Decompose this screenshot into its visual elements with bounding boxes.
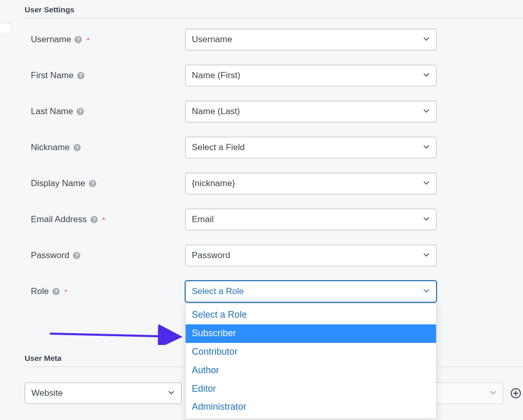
role-select-value: Select a Role xyxy=(192,286,244,297)
chevron-down-icon xyxy=(490,388,497,398)
username-select[interactable]: Username xyxy=(185,29,437,50)
firstname-row: First Name ? Name (First) xyxy=(25,65,523,86)
role-option-administrator[interactable]: Administrator xyxy=(186,398,436,416)
role-option-contributor[interactable]: Contributor xyxy=(186,343,436,361)
lastname-row: Last Name ? Name (Last) xyxy=(25,101,523,122)
displayname-row: Display Name ? {nickname} xyxy=(25,173,523,194)
username-label: Username xyxy=(31,34,71,45)
nickname-select-wrap: Select a Field xyxy=(185,137,437,158)
displayname-select[interactable]: {nickname} xyxy=(185,173,437,194)
help-icon[interactable]: ? xyxy=(73,251,81,260)
lastname-select[interactable]: Name (Last) xyxy=(185,101,437,122)
password-select-value: Password xyxy=(192,250,230,261)
displayname-label-wrap: Display Name ? xyxy=(31,178,185,189)
svg-text:?: ? xyxy=(92,216,96,223)
displayname-select-value: {nickname} xyxy=(192,178,235,189)
chevron-down-icon xyxy=(423,214,430,225)
help-icon[interactable]: ? xyxy=(52,287,60,296)
chevron-down-icon xyxy=(423,106,430,117)
lastname-label: Last Name xyxy=(31,106,73,117)
password-label-wrap: Password ? xyxy=(31,250,185,261)
nickname-row: Nickname ? Select a Field xyxy=(25,137,523,158)
firstname-select-value: Name (First) xyxy=(192,70,240,81)
help-icon[interactable]: ? xyxy=(88,179,97,188)
firstname-label-wrap: First Name ? xyxy=(31,70,185,81)
lastname-label-wrap: Last Name ? xyxy=(31,106,185,117)
displayname-select-wrap: {nickname} xyxy=(185,173,437,194)
email-label: Email Address xyxy=(31,214,87,225)
email-select-value: Email xyxy=(192,214,214,225)
meta-left-select[interactable]: Website xyxy=(25,382,182,404)
chevron-down-icon xyxy=(168,388,175,398)
meta-left-value: Website xyxy=(31,388,63,398)
email-select-wrap: Email xyxy=(185,209,437,230)
role-option-subscriber[interactable]: Subscriber xyxy=(186,324,436,343)
role-label: Role xyxy=(31,286,49,297)
svg-text:?: ? xyxy=(79,72,83,79)
chevron-down-icon xyxy=(423,178,430,189)
role-option-author[interactable]: Author xyxy=(186,361,436,380)
required-mark: * xyxy=(102,215,105,224)
email-label-wrap: Email Address ? * xyxy=(31,214,185,225)
nickname-select[interactable]: Select a Field xyxy=(185,137,437,158)
username-row: Username ? * Username xyxy=(25,29,523,50)
role-option-editor[interactable]: Editor xyxy=(186,380,436,398)
role-row: Role ? * Select a Role Select a Role Sub… xyxy=(25,281,523,302)
nickname-label: Nickname xyxy=(31,142,70,153)
help-icon[interactable]: ? xyxy=(90,215,98,224)
username-select-wrap: Username xyxy=(185,29,437,50)
lastname-select-value: Name (Last) xyxy=(192,106,240,117)
firstname-label: First Name xyxy=(31,70,74,81)
svg-text:?: ? xyxy=(55,288,58,295)
password-row: Password ? Password xyxy=(25,245,523,266)
chevron-down-icon xyxy=(423,70,430,81)
username-select-value: Username xyxy=(192,34,232,45)
svg-text:?: ? xyxy=(75,252,78,259)
help-icon[interactable]: ? xyxy=(76,107,84,116)
svg-text:?: ? xyxy=(75,144,79,151)
add-meta-button[interactable] xyxy=(509,386,523,400)
firstname-select[interactable]: Name (First) xyxy=(185,65,437,86)
displayname-label: Display Name xyxy=(31,178,85,189)
role-select-wrap: Select a Role Select a Role Subscriber C… xyxy=(185,281,437,302)
role-label-wrap: Role ? * xyxy=(31,286,185,297)
email-select[interactable]: Email xyxy=(185,209,437,230)
svg-text:?: ? xyxy=(77,36,80,43)
username-label-wrap: Username ? * xyxy=(31,34,185,45)
password-select-wrap: Password xyxy=(185,245,437,266)
user-settings-header: User Settings xyxy=(25,0,523,19)
help-icon[interactable]: ? xyxy=(74,35,82,44)
chevron-down-icon xyxy=(423,250,430,261)
left-panel-edge xyxy=(0,23,11,32)
nickname-label-wrap: Nickname ? xyxy=(31,142,185,153)
main-panel: User Settings Username ? * Username xyxy=(0,0,523,404)
required-mark: * xyxy=(86,35,89,44)
role-dropdown-list: Select a Role Subscriber Contributor Aut… xyxy=(185,303,437,419)
help-icon[interactable]: ? xyxy=(77,71,85,80)
required-mark: * xyxy=(64,287,67,296)
lastname-select-wrap: Name (Last) xyxy=(185,101,437,122)
chevron-down-icon xyxy=(423,34,430,45)
role-select[interactable]: Select a Role xyxy=(185,281,437,302)
password-select[interactable]: Password xyxy=(185,245,437,266)
svg-text:?: ? xyxy=(91,180,94,187)
password-label: Password xyxy=(31,250,69,261)
firstname-select-wrap: Name (First) xyxy=(185,65,437,86)
svg-text:?: ? xyxy=(79,108,82,115)
nickname-select-value: Select a Field xyxy=(192,142,245,153)
chevron-down-icon xyxy=(423,286,430,297)
user-settings-section: User Settings Username ? * Username xyxy=(25,0,523,302)
role-option-placeholder[interactable]: Select a Role xyxy=(186,306,436,324)
email-row: Email Address ? * Email xyxy=(25,209,523,230)
help-icon[interactable]: ? xyxy=(73,143,81,152)
chevron-down-icon xyxy=(423,142,430,153)
